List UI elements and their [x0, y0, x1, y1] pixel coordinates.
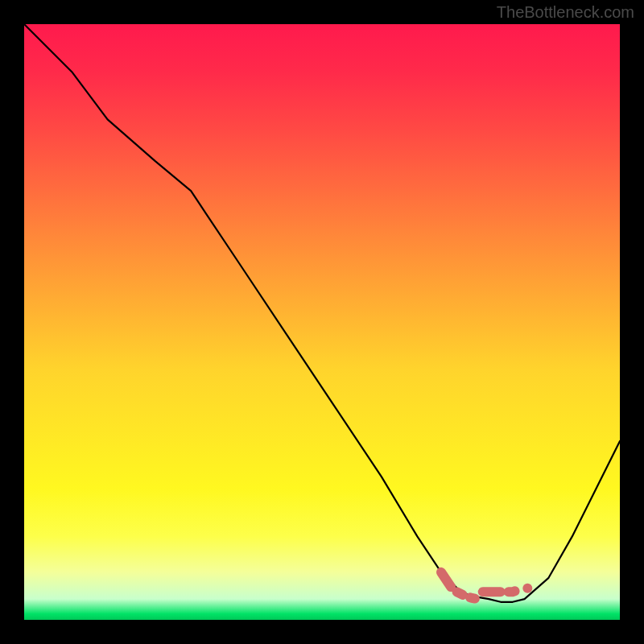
watermark-text: TheBottleneck.com	[497, 3, 634, 22]
chart-svg	[24, 24, 620, 620]
main-curve-line	[24, 24, 620, 602]
plot-area	[24, 24, 620, 620]
dashed-marker-line	[441, 572, 518, 599]
dashed-marker-dot	[522, 584, 532, 593]
dashed-marker-group	[441, 572, 532, 599]
